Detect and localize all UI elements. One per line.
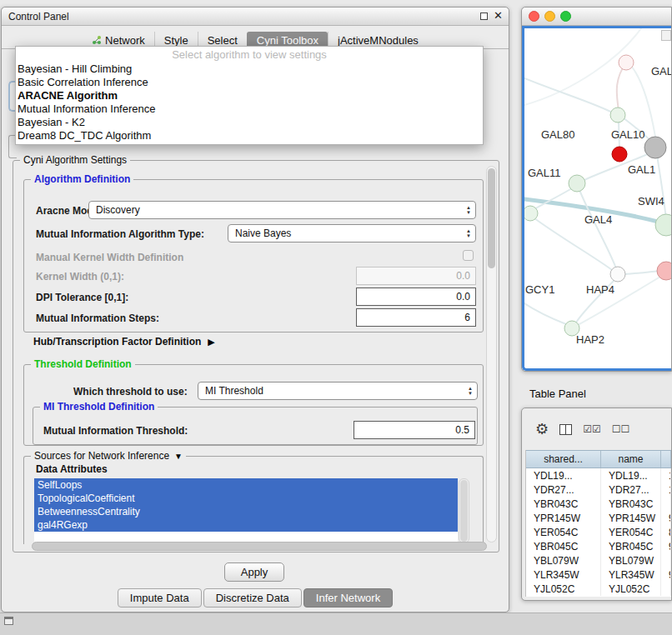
dpi-tolerance-field[interactable]: 0.0 — [356, 288, 476, 306]
column-header-name[interactable]: name — [601, 451, 661, 468]
table-row[interactable]: YBL079W YBL079W — [526, 553, 671, 568]
hub-tf-definition-expander[interactable]: Hub/Transcription Factor Definition ▶ — [33, 336, 215, 348]
table-cell: YBL079W — [601, 553, 661, 568]
network-node-label: SWI4 — [638, 195, 664, 208]
tab-infer-network[interactable]: Infer Network — [303, 588, 393, 608]
algorithm-option[interactable]: Bayesian - K2 — [16, 116, 483, 129]
table-cell: YER054C — [601, 525, 661, 539]
table-cell: 9. — [661, 511, 671, 525]
mi-type-label: Mutual Information Algorithm Type: — [36, 228, 204, 240]
table-row[interactable]: YJL052C YJL052C — [526, 582, 671, 596]
selected-value: MI Threshold — [205, 385, 263, 397]
network-node-label: GAL1 — [628, 163, 655, 176]
close-icon[interactable]: ✕ — [494, 11, 503, 21]
algorithm-option[interactable]: Bayesian - Hill Climbing — [16, 62, 483, 76]
zoom-traffic-light-icon[interactable] — [560, 11, 571, 22]
tab-discretize-data[interactable]: Discretize Data — [203, 588, 302, 608]
data-attributes-list[interactable]: SelfLoops TopologicalCoefficient Between… — [34, 478, 458, 543]
table-header-row: shared... name — [526, 450, 671, 468]
table-cell: 8. — [661, 525, 671, 539]
field-value: 6 — [464, 312, 470, 323]
table-cell: YBR043C — [601, 497, 661, 511]
algorithm-option[interactable]: Basic Correlation Inference — [16, 76, 483, 89]
group-title: Threshold Definition — [31, 358, 135, 370]
table-row[interactable]: YBR045C YBR045C 9. — [526, 539, 671, 553]
attribute-list-item[interactable]: BetweennessCentrality — [34, 505, 458, 518]
select-all-columns-icon[interactable]: ☑☑ — [583, 423, 601, 435]
field-value: 0.5 — [455, 424, 469, 436]
table-cell: YDL19... — [601, 468, 661, 482]
which-threshold-select[interactable]: MI Threshold ▲▼ — [198, 382, 478, 400]
tab-impute-data[interactable]: Impute Data — [118, 588, 202, 608]
restore-window-icon[interactable] — [4, 617, 13, 625]
control-panel-titlebar[interactable]: Control Panel ✕ — [2, 8, 509, 26]
table-cell: YER054C — [526, 525, 601, 539]
table-row[interactable]: YBR043C YBR043C — [526, 497, 671, 511]
combo-arrows-icon: ▲▼ — [468, 386, 473, 396]
table-panel-window: ⚙ ☑☑ ☐☐ shared... name YDL19... YDL19...… — [521, 408, 672, 601]
mi-steps-field[interactable]: 6 — [356, 308, 476, 327]
algorithm-option[interactable]: Dream8 DC_TDC Algorithm — [16, 129, 483, 142]
network-node-label: GAL10 — [611, 128, 644, 141]
table-panel-title: Table Panel — [529, 388, 586, 400]
network-node-label: GCY1 — [525, 283, 554, 296]
tab-label: Style — [164, 34, 188, 47]
column-header-extra[interactable] — [661, 451, 671, 468]
table-row[interactable]: YDL19... YDL19... 13 — [526, 468, 671, 482]
network-node-label: GAL80 — [541, 128, 574, 141]
columns-icon[interactable] — [559, 424, 572, 435]
field-value: 0.0 — [456, 270, 470, 282]
table-cell: YPR145W — [526, 511, 601, 525]
network-canvas[interactable]: GALGAL80GAL10GAL11GAL1SWI4GAL4GCY1HAP4HA… — [522, 26, 671, 371]
settings-horizontal-scrollbar[interactable] — [32, 542, 487, 551]
table-cell: YLR345W — [526, 568, 601, 582]
control-panel-window: Control Panel ✕ Network Style Select Cyn… — [1, 7, 509, 612]
attribute-list-item[interactable]: TopologicalCoefficient — [34, 492, 458, 505]
attribute-list-item[interactable]: SelfLoops — [34, 478, 458, 492]
settings-vertical-scrollbar[interactable] — [486, 166, 497, 542]
table-cell: YDR27... — [601, 482, 661, 497]
column-header-shared-name[interactable]: shared... — [526, 451, 601, 468]
table-row[interactable]: YER054C YER054C 8. — [526, 525, 671, 539]
network-node-label: GAL11 — [528, 167, 561, 179]
node-table: shared... name YDL19... YDL19... 13 YDR2… — [525, 450, 671, 597]
gear-icon[interactable]: ⚙ — [535, 422, 549, 437]
close-traffic-light-icon[interactable] — [529, 11, 539, 22]
attributes-scrollbar[interactable] — [459, 478, 469, 543]
table-cell: 13 — [661, 468, 671, 482]
network-view-window: GALGAL80GAL10GAL11GAL1SWI4GAL4GCY1HAP4HA… — [521, 7, 672, 372]
tab-label: Network — [105, 34, 145, 47]
dpi-tolerance-label: DPI Tolerance [0,1]: — [36, 292, 128, 303]
kernel-width-label: Kernel Width (0,1): — [36, 271, 124, 282]
hub-tf-label: Hub/Transcription Factor Definition — [33, 336, 201, 348]
table-cell: YJL052C — [526, 582, 601, 596]
collapse-down-icon: ▼ — [174, 452, 183, 461]
aracne-mode-select[interactable]: Discovery ▲▼ — [88, 201, 476, 219]
float-window-icon[interactable] — [480, 12, 488, 20]
tab-label: jActiveMNodules — [338, 34, 419, 47]
window-title: Control Panel — [8, 11, 69, 22]
network-window-titlebar[interactable] — [522, 8, 671, 26]
mi-threshold-field[interactable]: 0.5 — [354, 421, 475, 439]
deselect-all-columns-icon[interactable]: ☐☐ — [612, 423, 630, 435]
mi-type-select[interactable]: Naive Bayes ▲▼ — [228, 224, 476, 242]
tab-label: Select — [208, 34, 238, 47]
table-cell: YBL079W — [526, 553, 601, 568]
table-cell: YLR345W — [601, 568, 661, 582]
table-row[interactable]: YLR345W YLR345W 9. — [526, 568, 671, 582]
algorithm-dropdown-popup: Select algorithm to view settings Bayesi… — [15, 46, 484, 145]
manual-kernel-checkbox[interactable] — [463, 250, 474, 261]
algorithm-option-selected[interactable]: ARACNE Algorithm — [16, 89, 483, 102]
apply-button[interactable]: Apply — [224, 562, 284, 582]
algorithm-option[interactable]: Mutual Information Inference — [16, 102, 483, 116]
table-cell — [661, 497, 671, 511]
table-cell: YPR145W — [601, 511, 661, 525]
table-row[interactable]: YPR145W YPR145W 9. — [526, 511, 671, 525]
sources-expander[interactable]: Sources for Network Inference ▼ — [31, 450, 186, 462]
network-node-labels: GALGAL80GAL10GAL11GAL1SWI4GAL4GCY1HAP4HA… — [524, 28, 671, 368]
table-row[interactable]: YDR27... YDR27... 12 — [526, 482, 671, 497]
table-cell: YBR045C — [601, 539, 661, 553]
network-scrollbar-fragment[interactable] — [661, 30, 671, 41]
attribute-list-item[interactable]: gal4RGexp — [34, 518, 458, 532]
minimize-traffic-light-icon[interactable] — [544, 11, 555, 22]
